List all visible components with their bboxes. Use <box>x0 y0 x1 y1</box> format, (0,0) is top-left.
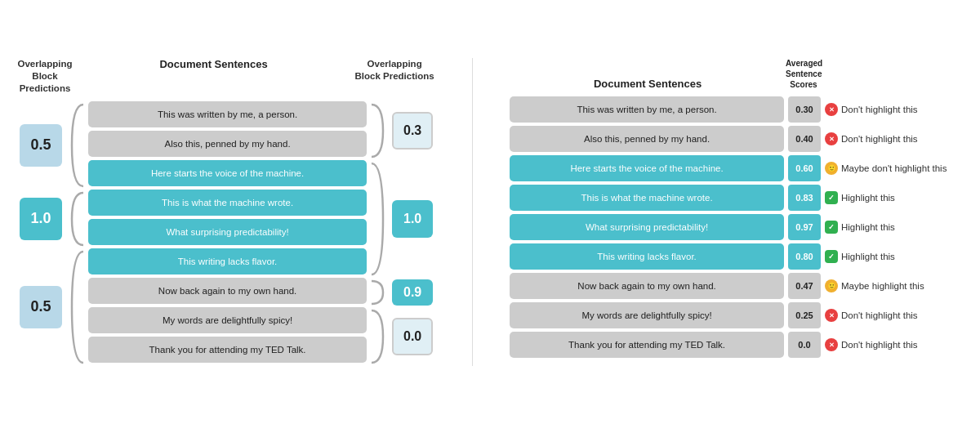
score-box-1: 1.0 <box>390 160 435 278</box>
highlight-label-5: ✓Highlight this <box>825 250 964 263</box>
brace-left-2 <box>69 248 85 366</box>
overlap-header-right: OverlappingBlock Predictions <box>354 58 435 95</box>
highlight-label-1: ✕Don't highlight this <box>825 132 964 145</box>
highlight-label-0: ✕Don't highlight this <box>825 103 964 116</box>
score-box-2: 0.9 <box>390 278 435 307</box>
right-row-6: Now back again to my own hand.0.47🙂Maybe… <box>510 273 964 299</box>
left-diagram: 0.5 1.0 0.5 <box>16 101 435 366</box>
brace-right-3 <box>370 307 386 366</box>
sentence-left-1: Also this, penned by my hand. <box>88 131 367 157</box>
score-badge-6: 0.47 <box>788 273 821 299</box>
right-row-8: Thank you for attending my TED Talk.0.0✕… <box>510 332 964 358</box>
score-badge-3: 0.83 <box>788 185 821 211</box>
right-row-7: My words are delightfully spicy!0.25✕Don… <box>510 302 964 328</box>
doc-header-right: Document Sentences <box>510 78 786 90</box>
score-box-0: 0.3 <box>390 101 435 160</box>
score-badge-7: 0.25 <box>788 302 821 328</box>
sentence-left-2: Here starts the voice of the machine. <box>88 160 367 186</box>
left-section: OverlappingBlock Predictions Document Se… <box>16 58 435 366</box>
highlight-label-8: ✕Don't highlight this <box>825 338 964 351</box>
sentence-right-6: Now back again to my own hand. <box>510 273 784 299</box>
block-label-0: 0.5 <box>16 101 65 190</box>
block-value-1: 1.0 <box>20 198 62 240</box>
highlight-label-2: 🙂Maybe don't highlight this <box>825 162 964 175</box>
score-badge-0: 0.30 <box>788 96 821 123</box>
sentence-left-3: This is what the machine wrote. <box>88 190 367 216</box>
right-section: Document Sentences AveragedSentenceScore… <box>510 58 964 361</box>
main-container: OverlappingBlock Predictions Document Se… <box>16 58 964 366</box>
sentence-left-5: This writing lacks flavor. <box>88 248 367 274</box>
sentence-left-0: This was written by me, a person. <box>88 101 367 127</box>
score-badge-8: 0.0 <box>788 332 821 358</box>
sentence-right-4: What surprising predictability! <box>510 214 784 240</box>
highlight-label-4: ✓Highlight this <box>825 221 964 234</box>
highlight-label-3: ✓Highlight this <box>825 191 964 204</box>
score-boxes-col: 0.3 1.0 0.9 0.0 <box>390 101 435 366</box>
brace-right-2 <box>370 278 386 307</box>
sentence-right-3: This is what the machine wrote. <box>510 185 784 211</box>
sentence-right-0: This was written by me, a person. <box>510 96 784 123</box>
brace-right-col <box>370 101 386 366</box>
brace-left-0 <box>69 101 85 190</box>
sentence-right-2: Here starts the voice of the machine. <box>510 155 784 181</box>
right-row-5: This writing lacks flavor.0.80✓Highlight… <box>510 243 964 270</box>
block-value-2: 0.5 <box>20 286 62 328</box>
sentence-left-6: Now back again to my own hand. <box>88 278 367 304</box>
highlight-label-7: ✕Don't highlight this <box>825 309 964 322</box>
overlap-header-left: OverlappingBlock Predictions <box>16 58 74 95</box>
right-row-4: What surprising predictability!0.97✓High… <box>510 214 964 240</box>
brace-left-1 <box>69 190 85 248</box>
sentence-right-8: Thank you for attending my TED Talk. <box>510 332 784 358</box>
right-row-1: Also this, penned by my hand.0.40✕Don't … <box>510 126 964 152</box>
sentences-col-left: This was written by me, a person.Also th… <box>88 101 367 363</box>
panel-divider <box>472 58 473 366</box>
score-badge-2: 0.60 <box>788 155 821 181</box>
block-value-0: 0.5 <box>20 124 62 167</box>
score-badge-1: 0.40 <box>788 126 821 152</box>
right-headers: Document Sentences AveragedSentenceScore… <box>510 58 964 90</box>
sentence-right-7: My words are delightfully spicy! <box>510 302 784 328</box>
score-box-3: 0.0 <box>390 307 435 366</box>
doc-sentences-header-left: Document Sentences <box>74 58 354 95</box>
highlight-label-6: 🙂Maybe highlight this <box>825 279 964 292</box>
sentence-left-8: Thank you for attending my TED Talk. <box>88 337 367 363</box>
sentence-right-5: This writing lacks flavor. <box>510 243 784 270</box>
right-row-2: Here starts the voice of the machine.0.6… <box>510 155 964 181</box>
block-labels-col: 0.5 1.0 0.5 <box>16 101 65 366</box>
block-label-2: 0.5 <box>16 248 65 366</box>
brace-right-0 <box>370 101 386 160</box>
right-row-0: This was written by me, a person.0.30✕Do… <box>510 96 964 123</box>
sentence-right-1: Also this, penned by my hand. <box>510 126 784 152</box>
sentence-left-4: What surprising predictability! <box>88 219 367 245</box>
right-row-3: This is what the machine wrote.0.83✓High… <box>510 185 964 211</box>
right-rows: This was written by me, a person.0.30✕Do… <box>510 96 964 361</box>
avg-score-header: AveragedSentenceScores <box>786 58 822 90</box>
block-label-1: 1.0 <box>16 190 65 248</box>
score-badge-4: 0.97 <box>788 214 821 240</box>
brace-right-1 <box>370 160 386 278</box>
score-badge-5: 0.80 <box>788 243 821 270</box>
brace-left-col <box>69 101 85 366</box>
sentence-left-7: My words are delightfully spicy! <box>88 307 367 333</box>
